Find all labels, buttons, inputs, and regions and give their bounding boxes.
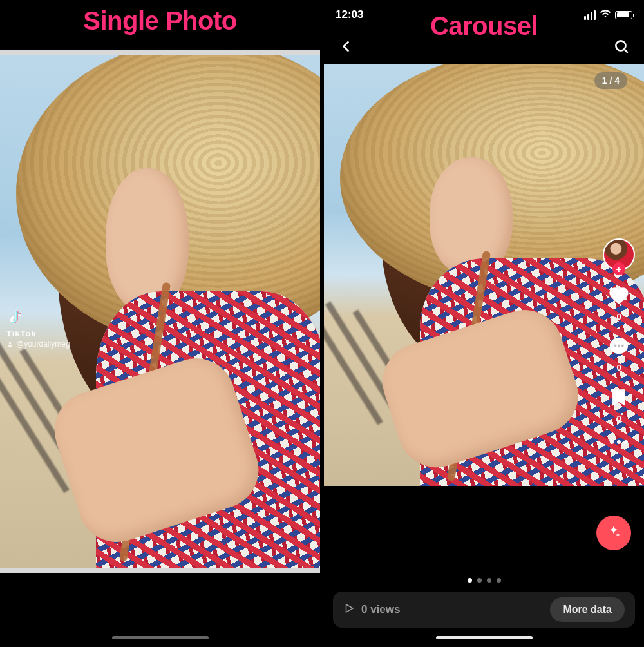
more-options-button[interactable]: [610, 438, 628, 444]
views-display: 0 views: [343, 603, 401, 617]
tiktok-note-icon: [6, 308, 23, 327]
comment-button[interactable]: 0: [608, 336, 630, 372]
home-indicator[interactable]: [436, 636, 533, 639]
carousel-dot[interactable]: [468, 578, 472, 583]
sparkle-icon: [607, 525, 621, 541]
home-indicator[interactable]: [112, 636, 209, 639]
carousel-dot[interactable]: [477, 578, 482, 583]
back-button[interactable]: [334, 34, 359, 59]
tiktok-watermark: TikTok @yourdailymeg: [6, 308, 70, 349]
carousel-dot[interactable]: [497, 578, 501, 583]
carousel-photo-stage[interactable]: [324, 64, 644, 486]
svg-point-1: [616, 41, 625, 50]
promote-fab[interactable]: [596, 516, 631, 550]
carousel-dot[interactable]: [487, 578, 491, 583]
views-text: 0 views: [361, 603, 401, 616]
svg-line-2: [624, 49, 627, 52]
status-time: 12:03: [336, 8, 363, 21]
bookmark-button[interactable]: 0: [608, 387, 630, 423]
carousel-dots[interactable]: [468, 578, 501, 583]
bookmark-count: 0: [616, 414, 621, 423]
svg-point-5: [618, 345, 620, 347]
photo-illustration: [324, 64, 644, 486]
comment-icon: [608, 336, 630, 360]
profile-avatar[interactable]: [603, 238, 635, 271]
comment-count: 0: [616, 363, 621, 372]
carousel-page-indicator: 1 / 4: [594, 72, 627, 89]
carousel-pane: Carousel 12:03: [324, 0, 644, 647]
svg-marker-7: [346, 604, 354, 612]
like-button[interactable]: 0: [608, 285, 630, 322]
single-photo-pane: Single Photo: [0, 0, 324, 647]
svg-point-6: [621, 345, 624, 347]
svg-point-4: [614, 345, 616, 347]
more-data-button[interactable]: More data: [550, 597, 625, 622]
battery-icon: [615, 11, 632, 19]
left-title: Single Photo: [83, 6, 236, 35]
wifi-icon: [600, 8, 611, 23]
bookmark-icon: [608, 387, 630, 411]
svg-point-0: [9, 342, 12, 344]
right-title: Carousel: [430, 12, 538, 41]
action-rail: 0 0 0: [603, 238, 635, 444]
cellular-signal-icon: [584, 10, 596, 20]
analytics-bar: 0 views More data: [333, 592, 635, 628]
watermark-brand: TikTok: [6, 329, 70, 338]
single-photo-stage[interactable]: TikTok @yourdailymeg: [0, 50, 320, 573]
watermark-username: @yourdailymeg: [6, 340, 70, 349]
play-icon: [343, 603, 355, 617]
like-count: 0: [616, 312, 621, 322]
heart-icon: [608, 285, 630, 309]
search-button[interactable]: [609, 34, 634, 59]
